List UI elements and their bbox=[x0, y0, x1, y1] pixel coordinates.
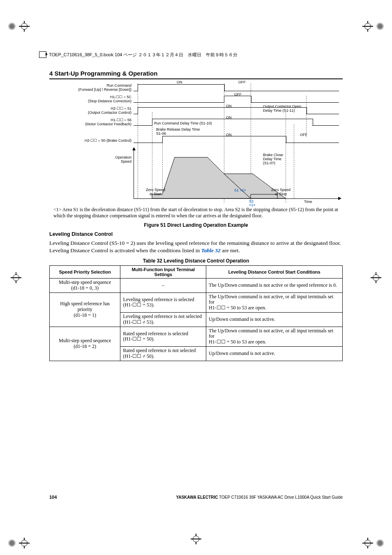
label-run-cmd: Run Command(Forward [Up] / Reverse [Down… bbox=[58, 83, 131, 92]
table-cell: Up/Down command is not active. bbox=[206, 347, 343, 361]
body-text: Leveling Distance Control (S5-10 = 2) us… bbox=[49, 240, 343, 254]
time-label: Time bbox=[304, 200, 312, 204]
figure-caption: Figure 51 Direct Landing Operation Examp… bbox=[49, 222, 343, 228]
book-icon bbox=[39, 51, 46, 58]
off-1: OFF bbox=[238, 80, 246, 84]
print-header: TOEP_C710616_38F_5_0.book 104 ページ ２０１３年１… bbox=[39, 51, 238, 58]
table-caption: Table 32 Leveling Distance Control Opera… bbox=[49, 258, 343, 264]
table-cell: High speed reference has priority(d1-18 … bbox=[50, 292, 120, 327]
out-contactor-txt: Output Contactor OpenDelay Time (S1-11) bbox=[263, 105, 308, 113]
arrow-line bbox=[294, 107, 305, 108]
subheading: Leveling Distance Control bbox=[49, 231, 343, 237]
off-5: OFF bbox=[300, 133, 307, 137]
print-header-text: TOEP_C710616_38F_5_0.book 104 ページ ２０１３年１… bbox=[49, 52, 238, 58]
th-2: Leveling Distance Control Start Conditio… bbox=[206, 266, 343, 279]
brake-close-txt: Brake CloseDelay Time(S1-07) bbox=[263, 153, 283, 166]
side-reg-left bbox=[12, 274, 20, 281]
th-0: Speed Priority Selection bbox=[50, 266, 120, 279]
section-title: 4 Start-Up Programming & Operation bbox=[49, 70, 343, 79]
table-cell: The Up/Down command is not active, or al… bbox=[206, 327, 343, 346]
table-cell: Leveling speed reference is not selected… bbox=[120, 313, 206, 327]
brake-release-txt: Brake Release Delay TimeS1-06 bbox=[156, 128, 200, 136]
table-cell: The Up/Down command is not active, or al… bbox=[206, 292, 343, 312]
label-h2-50: H2-☐☐ = 50 (Brake Control) bbox=[58, 138, 131, 143]
table-cell: Rated speed reference is selected(H1-☐☐ … bbox=[120, 327, 206, 346]
th-1: Multi-Function Input Terminal Settings bbox=[120, 266, 206, 279]
table-cell: Leveling speed reference is selected(H1-… bbox=[120, 292, 206, 312]
table-cell: Multi-step speed sequence(d1-18 = 0, 3) bbox=[50, 279, 120, 293]
zero-stop: Zero Speedat Stop bbox=[271, 188, 291, 196]
table-cell: Multi-step speed sequence(d1-18 = 2) bbox=[50, 327, 120, 361]
label-h1-5c: H1-☐☐ = 5C(Stop Distance Correction) bbox=[58, 95, 131, 104]
page-number: 104 bbox=[49, 495, 57, 500]
label-h1-56: H1-☐☐ = 56(Motor Contactor Feedback) bbox=[58, 118, 131, 127]
s1-label: S1 <1> bbox=[234, 188, 246, 192]
x-axis-arrow bbox=[338, 197, 341, 200]
footer: YASKAWA ELECTRIC TOEP C710616 38F YASKAW… bbox=[176, 495, 343, 500]
center-reg-bottom bbox=[192, 535, 200, 543]
table-cell: Up/Down command is not active. bbox=[206, 313, 343, 327]
on-1: ON bbox=[177, 80, 182, 84]
table-32: Speed Priority Selection Multi-Function … bbox=[49, 265, 343, 361]
on-4: ON bbox=[226, 115, 232, 120]
timing-diagram: Run Command(Forward [Up] / Reverse [Down… bbox=[58, 83, 350, 203]
table-cell: The Up/Down command is not active or the… bbox=[206, 279, 343, 293]
s2-label: S2<1> bbox=[249, 200, 256, 207]
on-5: ON bbox=[226, 133, 232, 137]
label-h2-51: H2-☐☐ = 51(Output Contactor Control) bbox=[58, 106, 131, 115]
label-op-speed: OperationSpeed bbox=[86, 155, 131, 164]
table-ref: Table 32 bbox=[201, 247, 221, 253]
off-2: OFF bbox=[234, 92, 242, 97]
crop-mark-bl bbox=[8, 518, 37, 547]
side-reg-right bbox=[372, 274, 380, 281]
crop-mark-br bbox=[355, 518, 384, 547]
run-delay-txt: Run Command Delay Time (S1-10) bbox=[154, 121, 212, 125]
table-cell: – bbox=[120, 279, 206, 293]
footnote: <1> Area S1 is the deceleration distance… bbox=[53, 207, 343, 219]
crop-mark-tl bbox=[8, 8, 37, 37]
crop-mark-tr bbox=[355, 8, 384, 37]
zero-start: Zero Speedat Start bbox=[146, 188, 165, 196]
on-3: ON bbox=[226, 104, 232, 108]
table-cell: Rated speed reference is not selected(H1… bbox=[120, 347, 206, 361]
